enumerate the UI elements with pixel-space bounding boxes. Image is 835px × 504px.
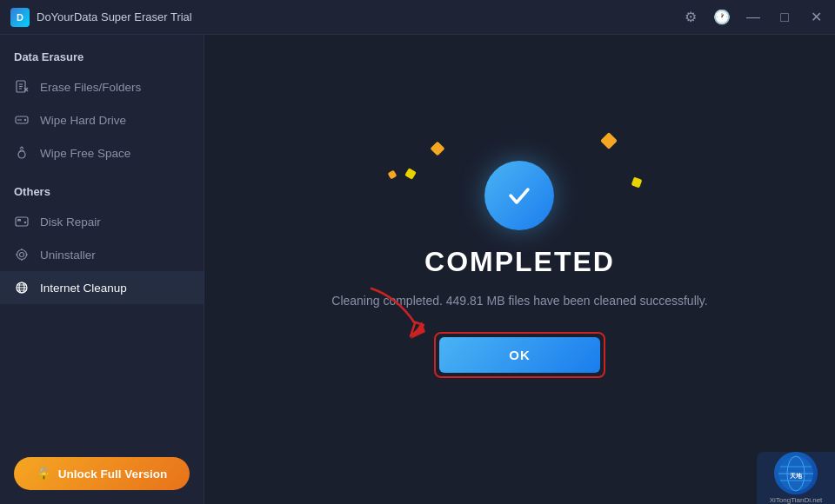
disk-repair-label: Disk Repair (40, 216, 101, 229)
erase-files-icon (14, 79, 30, 95)
svg-text:天地: 天地 (789, 472, 803, 479)
svg-rect-11 (17, 219, 21, 222)
sidebar-item-wipe-hard-drive[interactable]: Wipe Hard Drive (0, 103, 204, 136)
settings-icon[interactable]: ⚙ (682, 9, 699, 26)
completed-check-circle (484, 161, 554, 230)
maximize-button[interactable]: □ (776, 9, 793, 26)
sparkle-decoration-4 (631, 177, 643, 189)
uninstaller-label: Uninstaller (40, 249, 96, 262)
unlock-full-version-button[interactable]: 🔓 Unlock Full Version (14, 457, 190, 490)
svg-point-12 (24, 222, 26, 223)
sidebar-item-disk-repair[interactable]: Disk Repair (0, 205, 204, 238)
svg-point-9 (18, 151, 25, 158)
content-area: COMPLETED Cleaning completed. 449.81 MB … (204, 35, 835, 504)
check-icon (502, 178, 537, 213)
history-icon[interactable]: 🕐 (713, 9, 731, 26)
svg-point-13 (17, 250, 27, 260)
unlock-icon: 🔓 (37, 467, 51, 481)
sidebar-item-erase-files[interactable]: Erase Files/Folders (0, 70, 204, 103)
disk-repair-icon (14, 214, 30, 229)
wipe-hard-drive-icon (14, 112, 30, 128)
title-bar: D DoYourData Super Eraser Trial ⚙ 🕐 — □ … (0, 0, 835, 35)
minimize-button[interactable]: — (745, 9, 762, 26)
app-icon: D (10, 8, 30, 27)
title-bar-right: ⚙ 🕐 — □ ✕ (682, 9, 825, 26)
uninstaller-icon (14, 247, 30, 262)
main-layout: Data Erasure Erase Files/Folders (0, 35, 835, 504)
app-title: DoYourData Super Eraser Trial (37, 10, 192, 23)
sidebar-item-internet-cleanup[interactable]: Internet Cleanup (0, 271, 204, 304)
internet-cleanup-label: Internet Cleanup (40, 282, 127, 295)
sidebar-footer: 🔓 Unlock Full Version (0, 443, 204, 504)
watermark-globe-icon: 天地 (777, 454, 815, 493)
close-button[interactable]: ✕ (807, 9, 825, 26)
sidebar: Data Erasure Erase Files/Folders (0, 35, 204, 504)
watermark: 天地 XiTongTianDi.net (757, 452, 835, 504)
data-erasure-section-label: Data Erasure (0, 35, 204, 70)
sparkle-decoration-3 (601, 132, 618, 149)
watermark-globe: 天地 (774, 452, 818, 494)
sidebar-item-wipe-free-space[interactable]: Wipe Free Space (0, 136, 204, 169)
sparkle-decoration-5 (388, 170, 397, 180)
watermark-text: XiTongTianDi.net (770, 496, 823, 504)
completion-card: COMPLETED Cleaning completed. 449.81 MB … (331, 161, 707, 378)
sparkle-decoration-1 (431, 142, 445, 156)
arrow-decoration (363, 280, 467, 349)
title-bar-left: D DoYourData Super Eraser Trial (10, 8, 192, 27)
completed-title: COMPLETED (424, 246, 615, 278)
sidebar-item-uninstaller[interactable]: Uninstaller (0, 238, 204, 271)
others-section-label: Others (0, 169, 204, 205)
wipe-free-space-icon (14, 145, 30, 161)
svg-point-7 (24, 119, 26, 121)
svg-point-14 (20, 253, 24, 257)
unlock-label: Unlock Full Version (58, 468, 167, 481)
sparkle-decoration-2 (405, 168, 418, 180)
erase-files-label: Erase Files/Folders (40, 81, 141, 94)
internet-cleanup-icon (14, 280, 30, 295)
svg-rect-10 (16, 217, 28, 226)
wipe-free-space-label: Wipe Free Space (40, 147, 130, 160)
wipe-hard-drive-label: Wipe Hard Drive (40, 114, 126, 127)
